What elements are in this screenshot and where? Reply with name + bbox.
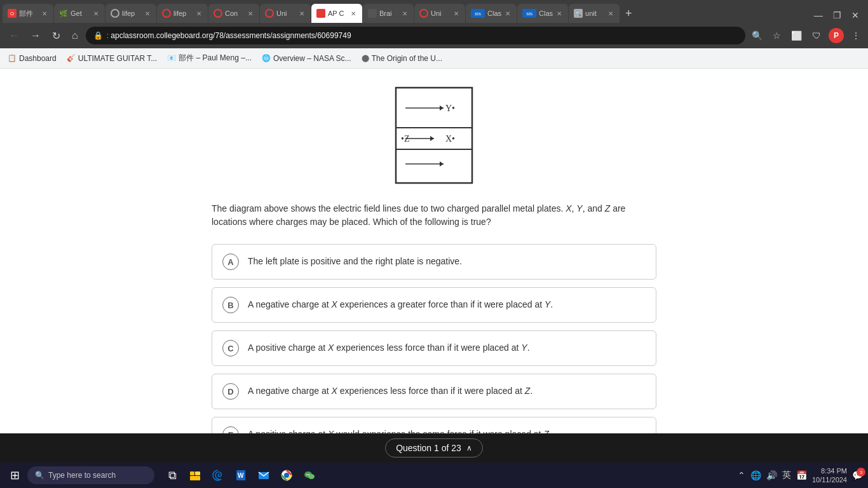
bookmark-favicon: 🎸: [67, 54, 76, 62]
taskbar-notification[interactable]: 💬 3: [852, 470, 863, 480]
forward-button[interactable]: →: [27, 27, 44, 44]
bookmark-favicon: 🌐: [262, 54, 271, 62]
notification-badge: 3: [857, 468, 865, 477]
back-button[interactable]: ←: [5, 27, 23, 44]
bookmark-nasa[interactable]: 🌐 Overview – NASA Sc...: [262, 54, 351, 63]
tab-sis-clas1[interactable]: sis Clas ✕: [466, 4, 517, 23]
taskbar-chrome[interactable]: [276, 465, 297, 485]
close-icon[interactable]: ✕: [349, 9, 357, 18]
close-icon[interactable]: ✕: [144, 9, 151, 18]
option-c[interactable]: C A positive charge at X experiences les…: [212, 330, 656, 366]
close-icon[interactable]: ✕: [504, 9, 512, 18]
question-badge[interactable]: Question 1 of 23 ∧: [385, 438, 483, 458]
close-icon[interactable]: ✕: [452, 9, 460, 18]
taskbar-wechat[interactable]: [299, 465, 320, 485]
taskbar-chinese-icon[interactable]: 英: [782, 470, 791, 481]
tab-favicon: O: [8, 9, 17, 18]
bookmark-label: Dashboard: [19, 54, 57, 63]
svg-marker-7: [430, 136, 434, 141]
tab-unit[interactable]: 🔍 unit ✕: [569, 4, 620, 23]
tab-con[interactable]: Con ✕: [208, 4, 259, 23]
close-icon[interactable]: ✕: [607, 9, 614, 18]
close-icon[interactable]: ✕: [247, 9, 254, 18]
nav-bar: ← → ↻ ⌂ 🔒 : apclassroom.collegeboard.org…: [0, 23, 868, 48]
tab-2[interactable]: 🌿 Get ✕: [54, 4, 105, 23]
start-button[interactable]: ⊞: [5, 466, 25, 485]
close-icon[interactable]: ✕: [195, 9, 203, 18]
tab-sis-clas2[interactable]: sis Clas ✕: [517, 4, 568, 23]
tab-brai[interactable]: Brai ✕: [363, 4, 414, 23]
profile-button[interactable]: P: [829, 28, 844, 43]
taskbar-taskview[interactable]: ⧉: [162, 465, 182, 485]
taskbar-edge[interactable]: [208, 465, 228, 485]
taskbar-sound-icon[interactable]: 🔊: [766, 470, 777, 480]
bookmark-origin[interactable]: ⬤ The Origin of the U...: [362, 54, 442, 63]
svg-point-24: [308, 474, 309, 475]
option-b-text: A negative charge at X experiences a gre…: [248, 299, 553, 311]
question-counter: Question 1 of 23: [396, 443, 461, 453]
shield-icon[interactable]: 🛡: [810, 28, 824, 43]
tab-ap-active[interactable]: AP C ✕: [311, 4, 362, 23]
bookmark-dashboard[interactable]: 📋 Dashboard: [8, 54, 57, 63]
tab-title: Clas: [539, 10, 553, 17]
bookmark-label: 部件 – Paul Meng –...: [179, 53, 252, 64]
tab-1[interactable]: O 部件 ✕: [3, 4, 53, 23]
maximize-button[interactable]: ❐: [829, 10, 845, 20]
tab-title: Brai: [379, 10, 392, 17]
bookmark-label: ULTIMATE GUITAR T...: [78, 54, 157, 63]
taskbar-chevron-icon[interactable]: ⌃: [738, 470, 745, 480]
question-text: The diagram above shows the electric fie…: [212, 202, 656, 229]
tab-favicon: [111, 9, 119, 18]
electric-field-diagram: Y• •Z X•: [390, 81, 478, 189]
close-window-button[interactable]: ✕: [848, 10, 863, 20]
address-bar[interactable]: 🔒 : apclassroom.collegeboard.org/78/asse…: [86, 27, 745, 44]
tab-4[interactable]: lifep ✕: [157, 4, 208, 23]
reload-button[interactable]: ↻: [48, 27, 64, 44]
tab-favicon: 🌿: [59, 9, 68, 18]
tab-uni1[interactable]: Uni ✕: [260, 4, 311, 23]
svg-text:W: W: [238, 472, 244, 479]
option-e-circle: E: [222, 426, 239, 433]
svg-point-23: [306, 474, 308, 475]
taskbar-explorer[interactable]: [185, 465, 205, 485]
tab-uni2[interactable]: Uni ✕: [414, 4, 465, 23]
tab-3[interactable]: lifep ✕: [105, 4, 156, 23]
home-button[interactable]: ⌂: [68, 27, 82, 44]
bookmark-parts[interactable]: 📧 部件 – Paul Meng –...: [167, 53, 252, 64]
option-e-text: A positive charge at X would experience …: [248, 428, 552, 433]
option-b[interactable]: B A negative charge at X experiences a g…: [212, 287, 656, 323]
bookmark-guitar[interactable]: 🎸 ULTIMATE GUITAR T...: [67, 54, 157, 63]
taskbar-date: 10/11/2024: [812, 475, 847, 484]
bookmark-icon[interactable]: ☆: [770, 28, 783, 43]
taskbar-word[interactable]: W: [231, 465, 251, 485]
extension-icon[interactable]: ⬜: [789, 28, 804, 43]
close-icon[interactable]: ✕: [298, 9, 306, 18]
taskbar-mail[interactable]: [254, 465, 274, 485]
taskbar-calendar-icon[interactable]: 📅: [796, 470, 807, 480]
option-d[interactable]: D A negative charge at X experiences les…: [212, 374, 656, 409]
close-icon[interactable]: ✕: [401, 9, 409, 18]
close-icon[interactable]: ✕: [555, 9, 563, 18]
close-icon[interactable]: ✕: [92, 9, 100, 18]
option-c-text: A positive charge at X experiences less …: [248, 342, 530, 355]
taskbar-search-bar[interactable]: 🔍 Type here to search: [27, 466, 154, 484]
tab-title: unit: [585, 10, 597, 17]
taskbar-time[interactable]: 8:34 PM 10/11/2024: [812, 466, 847, 485]
close-icon[interactable]: ✕: [41, 9, 48, 18]
question-container: Y• •Z X• The diagram above shows the ele…: [212, 81, 656, 427]
tab-title: AP C: [328, 10, 344, 17]
minimize-button[interactable]: —: [810, 10, 827, 20]
option-e[interactable]: E A positive charge at X would experienc…: [212, 417, 656, 433]
option-a[interactable]: A The left plate is positive and the rig…: [212, 244, 656, 280]
option-d-circle: D: [222, 383, 239, 400]
menu-button[interactable]: ⋮: [849, 28, 863, 43]
svg-text:X•: X•: [445, 134, 455, 144]
search-icon[interactable]: 🔍: [749, 28, 765, 43]
bookmark-label: The Origin of the U...: [372, 54, 442, 63]
nav-icons-right: 🔍 ☆ ⬜ 🛡 P ⋮: [749, 28, 863, 43]
lock-icon: 🔒: [93, 31, 103, 40]
taskbar-search-placeholder: Type here to search: [48, 471, 116, 480]
new-tab-button[interactable]: +: [620, 4, 637, 23]
chevron-up-icon: ∧: [466, 444, 472, 452]
taskbar-network-icon[interactable]: 🌐: [750, 470, 761, 480]
